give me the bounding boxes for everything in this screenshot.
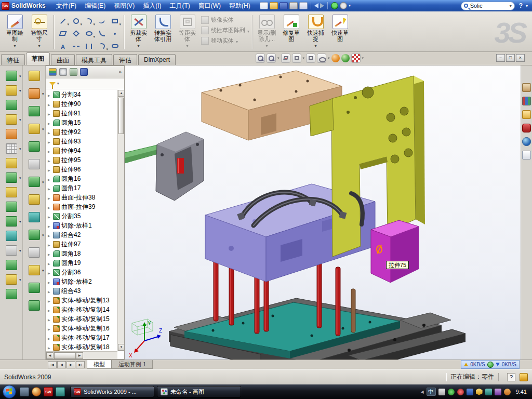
sketch-tool-icon-13[interactable] <box>29 283 40 293</box>
feature-tool-icon-13[interactable] <box>6 245 17 256</box>
feature-tree-item[interactable]: 实体-移动/复制18 <box>46 342 117 351</box>
feature-tree-item[interactable]: 圆角17 <box>46 183 117 193</box>
file-explorer-icon[interactable] <box>522 110 531 119</box>
feature-tree-item[interactable]: 组合42 <box>46 230 117 240</box>
feature-tree-item[interactable]: 实体-移动/复制16 <box>46 324 117 333</box>
menu-item[interactable]: 编辑(E) <box>81 0 110 12</box>
ribbon-button[interactable]: 草图绘制 <box>3 14 27 48</box>
tree-horizontal-scrollbar[interactable]: ◀ ▶ <box>46 351 117 359</box>
search-box[interactable]: Solic ▾ <box>461 2 515 10</box>
feature-tree-item[interactable]: 实体-移动/复制17 <box>46 333 117 342</box>
design-library-icon[interactable] <box>522 97 531 105</box>
feature-tree-item[interactable]: 圆角19 <box>46 258 117 268</box>
expand-arrow-icon[interactable] <box>48 315 52 323</box>
document-tab[interactable]: 模型 <box>87 360 112 369</box>
search-input[interactable]: Solic <box>470 3 510 9</box>
expand-arrow-icon[interactable] <box>48 119 52 126</box>
net-monitor-icon[interactable] <box>487 362 494 368</box>
taskbar-clock[interactable]: 9:41 <box>516 389 527 395</box>
caret-down-icon[interactable] <box>247 28 249 34</box>
scrollbar-thumb[interactable] <box>54 352 76 359</box>
feature-tree-item[interactable]: 曲面-拉伸39 <box>46 202 117 211</box>
ribbon-button[interactable]: 智能尺寸 <box>27 14 51 48</box>
close-icon[interactable]: × <box>516 54 525 62</box>
expand-arrow-icon[interactable] <box>48 212 52 220</box>
caret-down-icon[interactable] <box>38 42 40 48</box>
tray-icon-4[interactable] <box>467 389 473 395</box>
sketch-tool-icon-14[interactable] <box>29 300 40 311</box>
next-tab-icon[interactable]: ▶ <box>66 361 75 368</box>
caret-down-icon[interactable]: ▾ <box>277 56 280 60</box>
menu-item[interactable]: 工具(T) <box>165 0 194 12</box>
menu-item[interactable]: 插入(I) <box>139 0 165 12</box>
caret-down-icon[interactable]: ▾ <box>328 56 330 60</box>
ribbon-button[interactable]: 快速捕捉 <box>303 14 328 48</box>
feature-tree-item[interactable]: 实体-移动/复制13 <box>46 296 117 305</box>
appearances-scenes-icon[interactable] <box>522 137 531 146</box>
print-icon[interactable] <box>289 2 298 9</box>
expand-arrow-icon[interactable] <box>48 110 52 117</box>
feature-tool-icon-10[interactable] <box>6 202 17 212</box>
sketch-tool-icon-12[interactable] <box>29 265 40 275</box>
feature-tree-item[interactable]: 曲面-拉伸38 <box>46 193 117 202</box>
tree-vertical-scrollbar[interactable]: ▲ ▼ <box>117 90 124 351</box>
feature-tree-item[interactable]: 拉伸95 <box>46 155 117 165</box>
ribbon-button[interactable]: 显示/删除几... <box>255 14 279 48</box>
appearance-icon[interactable] <box>331 54 340 62</box>
quick-launch-icon-4[interactable] <box>56 387 65 396</box>
custom-properties-icon[interactable] <box>522 151 531 159</box>
feature-tool-icon-1[interactable] <box>6 71 17 81</box>
help-icon[interactable]: ? <box>519 2 523 9</box>
filter-funnel-icon[interactable] <box>49 82 56 86</box>
new-document-icon[interactable] <box>260 2 268 9</box>
undo-icon[interactable] <box>314 3 318 8</box>
spline-tool-icon[interactable] <box>96 15 108 27</box>
scroll-right-icon[interactable]: ▶ <box>76 352 83 359</box>
tray-icon-6[interactable] <box>485 389 492 395</box>
feature-tool-icon-11[interactable] <box>6 216 17 227</box>
minimize-icon[interactable]: − <box>496 54 505 62</box>
document-tab[interactable]: 运动算例 1 <box>112 360 153 369</box>
property-manager-icon[interactable] <box>59 68 67 76</box>
save-icon[interactable] <box>280 2 288 9</box>
feature-tree-item[interactable]: 拉伸92 <box>46 127 117 137</box>
quick-launch-icon-1[interactable] <box>20 387 29 396</box>
feature-tree-item[interactable]: 分割35 <box>46 211 117 221</box>
feature-manager-tree-icon[interactable] <box>49 68 57 76</box>
expand-arrow-icon[interactable] <box>48 278 52 285</box>
scene-icon[interactable] <box>341 54 350 62</box>
arc-tool-icon[interactable] <box>83 15 95 27</box>
circle-tool-icon[interactable] <box>70 15 82 27</box>
scroll-down-icon[interactable]: ▼ <box>118 344 125 351</box>
open-icon[interactable] <box>270 2 278 9</box>
view-orientation-icon[interactable] <box>292 54 301 63</box>
ribbon-button[interactable]: 转换实体引用 <box>151 14 175 42</box>
part-magenta-block[interactable] <box>371 220 419 283</box>
feature-tree-item[interactable]: 拉伸90 <box>46 99 117 109</box>
caret-down-icon[interactable] <box>137 42 139 48</box>
rectangle-tool-icon[interactable] <box>109 15 121 27</box>
first-tab-icon[interactable]: |◀ <box>48 361 57 368</box>
feature-tool-icon-6[interactable] <box>6 143 17 154</box>
line-tool-icon[interactable] <box>57 15 69 27</box>
ribbon-stacked-button[interactable]: 移动实体 <box>201 36 249 45</box>
expand-arrow-icon[interactable] <box>48 175 52 182</box>
caret-down-icon[interactable] <box>266 42 268 48</box>
expand-arrow-icon[interactable] <box>48 325 52 332</box>
language-bar[interactable]: 中 <box>427 388 436 396</box>
command-tab[interactable]: 模具工具 <box>76 54 112 65</box>
expand-arrow-icon[interactable] <box>48 343 52 351</box>
caret-down-icon[interactable]: ▾ <box>362 56 364 60</box>
caret-down-icon[interactable]: ▾ <box>57 82 59 86</box>
expand-arrow-icon[interactable] <box>48 147 52 154</box>
command-tab[interactable]: 草图 <box>26 52 50 65</box>
feature-tool-icon-4[interactable] <box>6 114 17 125</box>
feature-tree-item[interactable]: 分割36 <box>46 268 117 277</box>
feature-tool-icon-15[interactable] <box>6 274 17 285</box>
zoom-fit-icon[interactable] <box>256 54 265 63</box>
three-point-arc-tool-icon[interactable] <box>96 40 108 52</box>
status-help-icon[interactable]: ? <box>507 373 515 381</box>
mirror-tool-icon[interactable] <box>83 40 95 52</box>
feature-tree-item[interactable]: 拉伸94 <box>46 146 117 155</box>
sketch-tool-icon-10[interactable] <box>29 230 40 240</box>
